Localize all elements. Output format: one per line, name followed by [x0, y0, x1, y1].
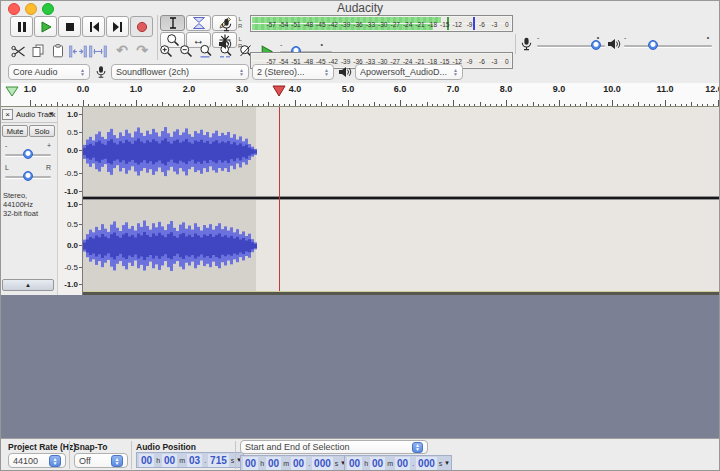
recording-device-select[interactable]: Soundflower (2ch) ▲▼ [111, 64, 249, 80]
paste-button[interactable] [48, 43, 68, 59]
project-rate-select[interactable]: 44100 ▲▼ [8, 453, 66, 468]
minimize-window-button[interactable] [25, 3, 37, 15]
skip-to-start-button[interactable] [82, 16, 105, 37]
scale-label: -0.5 [64, 263, 78, 272]
cut-icon [11, 45, 26, 58]
recording-channels-select[interactable]: 2 (Stereo)... ▲▼ [252, 64, 334, 80]
timeline-tick [141, 104, 142, 106]
time-unit: m [178, 457, 186, 464]
time-digits[interactable]: 00 [291, 457, 306, 470]
timeline-tick [199, 104, 200, 106]
timeline-tick [46, 104, 47, 106]
meter-scale-label: -15 [440, 20, 449, 27]
stepper-icon[interactable]: ▲▼ [49, 455, 61, 467]
selection-start-field[interactable]: 00h00m00.000s▾ [240, 455, 348, 471]
scale-label: 1.0 [67, 110, 78, 119]
track-rate-info: Stereo, 44100Hz [3, 191, 57, 209]
time-unit: s [438, 460, 444, 467]
time-digits[interactable]: 00 [347, 457, 362, 470]
record-button[interactable] [130, 16, 153, 37]
pan-slider[interactable]: L R [5, 171, 51, 183]
vertical-scale-ruler[interactable]: 1.00.50.0-0.5-1.01.00.50.0-0.5-1.0 [58, 107, 83, 295]
time-digits[interactable]: 715 [208, 454, 229, 467]
stepper-icon[interactable]: ▲▼ [111, 455, 123, 467]
timeline-tick [104, 104, 105, 106]
time-digits[interactable]: 000 [312, 457, 333, 470]
field-caret-icon[interactable]: ▾ [445, 459, 449, 467]
copy-button[interactable] [28, 43, 48, 59]
mute-label: Mute [7, 127, 24, 136]
timeline-tick [596, 104, 597, 106]
selection-tool-button[interactable] [160, 15, 185, 31]
time-digits[interactable]: 00 [370, 457, 385, 470]
fit-selection-button[interactable] [196, 43, 215, 59]
redo-button[interactable]: ↷ [132, 42, 152, 58]
channel-left[interactable] [83, 107, 719, 196]
time-digits[interactable]: 00 [243, 457, 258, 470]
selection-mode-select[interactable]: Start and End of Selection ▲▼ [240, 440, 428, 454]
record-meter[interactable]: -57-54-51-48-45-42-39-36-33-30-27-24-21-… [250, 15, 513, 32]
audio-clip-left[interactable] [83, 107, 256, 196]
undo-button[interactable]: ↶ [112, 42, 132, 58]
track-menu-caret-icon[interactable]: ▼ [48, 111, 54, 117]
audio-clip-right[interactable] [83, 200, 256, 291]
slider-thumb[interactable] [23, 171, 33, 181]
time-digits[interactable]: 000 [416, 457, 437, 470]
track-area: × Audio Track ▼ Mute Solo - + L R Stereo… [0, 107, 720, 295]
audio-host-select[interactable]: Core Audio ▲▼ [8, 64, 90, 80]
zoom-out-button[interactable] [176, 43, 195, 59]
close-window-button[interactable] [8, 3, 20, 15]
recording-volume-slider[interactable]: - • [537, 40, 605, 52]
time-digits[interactable]: 00 [139, 454, 154, 467]
timeline-tick [612, 100, 613, 106]
scale-label: 0.0 [67, 241, 78, 250]
slider-max-mark: • [321, 41, 323, 48]
play-button[interactable] [34, 16, 57, 37]
meter-scale-label: -18 [428, 20, 437, 27]
playback-volume-slider[interactable]: - • [624, 40, 712, 52]
snap-to-select[interactable]: Off ▲▼ [74, 453, 128, 468]
collapse-track-button[interactable]: ▲ [2, 279, 54, 291]
stop-button[interactable] [58, 16, 81, 37]
stepper-icon[interactable]: ▲▼ [412, 442, 423, 453]
time-digits[interactable]: 00 [395, 457, 410, 470]
slider-thumb[interactable] [591, 40, 601, 50]
channel-label-left: L [238, 36, 242, 43]
gain-slider[interactable]: - + [5, 149, 51, 161]
cut-button[interactable] [8, 43, 28, 59]
timeline-tick [146, 104, 147, 106]
timeline-tick [533, 102, 534, 106]
timeline-ruler[interactable]: 1.00.01.02.03.04.05.06.07.08.09.010.011.… [0, 83, 720, 107]
track-format-info: Stereo, 44100Hz 32-bit float [3, 191, 57, 218]
record-meter-channel-labels: L R [238, 16, 242, 30]
slider-thumb[interactable] [648, 40, 658, 50]
zoom-window-button[interactable] [42, 3, 54, 15]
divider [0, 122, 57, 123]
skip-to-end-button[interactable] [106, 16, 129, 37]
zoom-in-button[interactable] [156, 43, 175, 59]
solo-button[interactable]: Solo [29, 125, 55, 137]
timeline-tick [591, 104, 592, 106]
close-track-button[interactable]: × [2, 109, 13, 120]
playhead-marker-icon[interactable] [272, 85, 286, 97]
pause-button[interactable] [10, 16, 33, 37]
waveform-display[interactable] [83, 107, 719, 295]
meter-scale-label: -54 [279, 20, 288, 27]
scale-label: -1.0 [64, 187, 78, 196]
trim-outside-selection-button[interactable] [68, 43, 88, 59]
project-background[interactable] [0, 295, 720, 438]
silence-selection-button[interactable] [88, 43, 108, 59]
channel-right[interactable] [83, 200, 719, 291]
channel-label-right: R [238, 43, 242, 50]
envelope-tool-button[interactable] [186, 15, 211, 31]
audio-position-field[interactable]: 00h00m03.715s▾ [136, 452, 244, 468]
meter-scale-label: -36 [353, 20, 362, 27]
slider-thumb[interactable] [23, 149, 33, 159]
time-digits[interactable]: 00 [266, 457, 281, 470]
time-digits[interactable]: 00 [162, 454, 177, 467]
timeline-tick [337, 104, 338, 106]
playback-device-select[interactable]: Apowersoft_AudioD... ▲▼ [355, 64, 463, 80]
selection-end-field[interactable]: 00h00m00.000s▾ [344, 455, 452, 471]
mute-button[interactable]: Mute [2, 125, 28, 137]
time-digits[interactable]: 03 [187, 454, 202, 467]
